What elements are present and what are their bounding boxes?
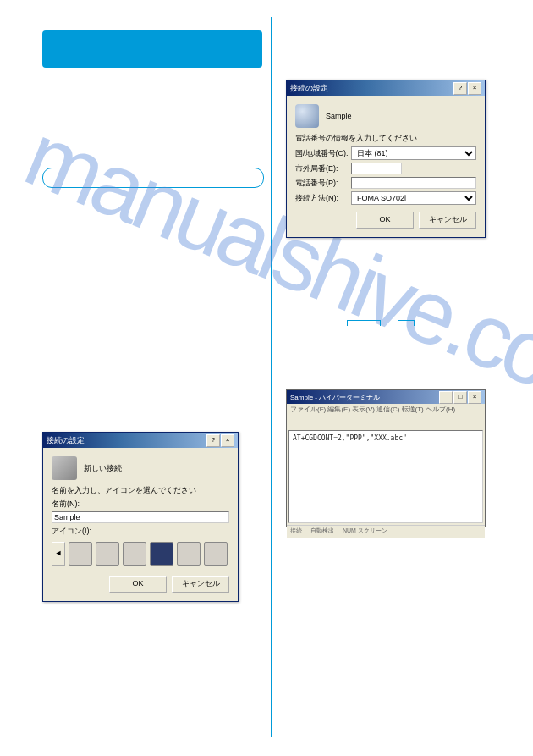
connection-icon-option[interactable] xyxy=(150,542,173,566)
connection-icon-option[interactable] xyxy=(204,542,228,566)
dialog-titlebar: 接続の設定 ? × xyxy=(287,80,485,96)
cancel-button[interactable]: キャンセル xyxy=(419,212,476,229)
name-label: 名前(N): xyxy=(52,499,229,510)
subheading-outline xyxy=(42,168,264,188)
connection-settings-dialog-name: 接続の設定 ? × 新しい接続 名前を入力し、アイコンを選んでください 名前(N… xyxy=(42,432,239,602)
country-code-label: 国/地域番号(C): xyxy=(295,148,351,159)
terminal-menubar[interactable]: ファイル(F) 編集(E) 表示(V) 通信(C) 転送(T) ヘルプ(H) xyxy=(287,404,485,417)
area-code-label: 市外局番(E): xyxy=(295,163,351,174)
heading-box xyxy=(42,30,262,68)
status-segment: 自動検出 xyxy=(310,527,334,537)
terminal-body[interactable]: AT+CGDCONT=2,"PPP","XXX.abc" xyxy=(288,430,483,523)
dialog-body: 新しい接続 名前を入力し、アイコンを選んでください 名前(N): アイコン(I)… xyxy=(43,448,238,601)
name-input[interactable] xyxy=(52,511,229,523)
titlebar-buttons: _ □ × xyxy=(439,391,481,404)
dialog-header-text: 新しい接続 xyxy=(84,463,122,474)
column-divider xyxy=(271,17,272,737)
titlebar-buttons: ? × xyxy=(206,434,234,447)
cancel-button[interactable]: キャンセル xyxy=(172,576,229,593)
terminal-toolbar[interactable] xyxy=(287,417,485,428)
phone-icon xyxy=(295,104,319,128)
status-segment: NUM スクリーン xyxy=(343,527,387,537)
phone-number-label: 電話番号(P): xyxy=(295,178,351,189)
connect-method-label: 接続方法(N): xyxy=(295,193,351,204)
terminal-titlebar: Sample - ハイパーターミナル _ □ × xyxy=(287,390,485,404)
page: manualshive.com 接続の設定 ? × 新しい接続 名前を入力し、ア… xyxy=(0,0,533,756)
instruction-text: 名前を入力し、アイコンを選んでください xyxy=(52,485,229,496)
close-button[interactable]: × xyxy=(468,82,481,95)
connection-icon-option[interactable] xyxy=(123,542,146,566)
callout-bracket xyxy=(347,320,381,329)
dialog-title-text: 接続の設定 xyxy=(47,435,85,446)
titlebar-buttons: ? × xyxy=(453,82,481,95)
phone-number-input[interactable] xyxy=(351,177,476,189)
maximize-button[interactable]: □ xyxy=(453,391,467,404)
ok-button[interactable]: OK xyxy=(109,576,167,593)
icon-chooser: ◄ ► xyxy=(52,538,229,569)
dialog-titlebar: 接続の設定 ? × xyxy=(43,433,238,448)
ok-button[interactable]: OK xyxy=(356,212,414,229)
instruction-text: 電話番号の情報を入力してください xyxy=(295,133,476,144)
connection-icon-option[interactable] xyxy=(69,542,92,566)
dialog-title-text: 接続の設定 xyxy=(290,83,328,94)
icon-label: アイコン(I): xyxy=(52,526,229,537)
connect-method-select[interactable]: FOMA SO702i xyxy=(351,191,476,205)
hyperterminal-window: Sample - ハイパーターミナル _ □ × ファイル(F) 編集(E) 表… xyxy=(286,389,486,527)
callout-bracket xyxy=(398,320,415,329)
country-code-select[interactable]: 日本 (81) xyxy=(351,146,476,160)
help-button[interactable]: ? xyxy=(453,82,467,95)
new-connection-icon xyxy=(52,456,77,480)
connection-icon-option[interactable] xyxy=(177,542,201,566)
scroll-left-button[interactable]: ◄ xyxy=(52,542,65,566)
terminal-statusbar: 接続 自動検出 NUM スクリーン xyxy=(287,525,485,538)
minimize-button[interactable]: _ xyxy=(439,391,453,404)
connection-settings-dialog-phone: 接続の設定 ? × Sample 電話番号の情報を入力してください 国/地域番号… xyxy=(286,80,486,238)
status-segment: 接続 xyxy=(290,527,302,537)
close-button[interactable]: × xyxy=(468,391,481,404)
help-button[interactable]: ? xyxy=(206,434,220,447)
dialog-body: Sample 電話番号の情報を入力してください 国/地域番号(C): 日本 (8… xyxy=(287,96,485,237)
connection-icon-option[interactable] xyxy=(96,542,119,566)
dialog-header-text: Sample xyxy=(326,112,352,120)
terminal-title-text: Sample - ハイパーターミナル xyxy=(290,393,380,402)
close-button[interactable]: × xyxy=(221,434,234,447)
area-code-input[interactable] xyxy=(351,163,402,174)
